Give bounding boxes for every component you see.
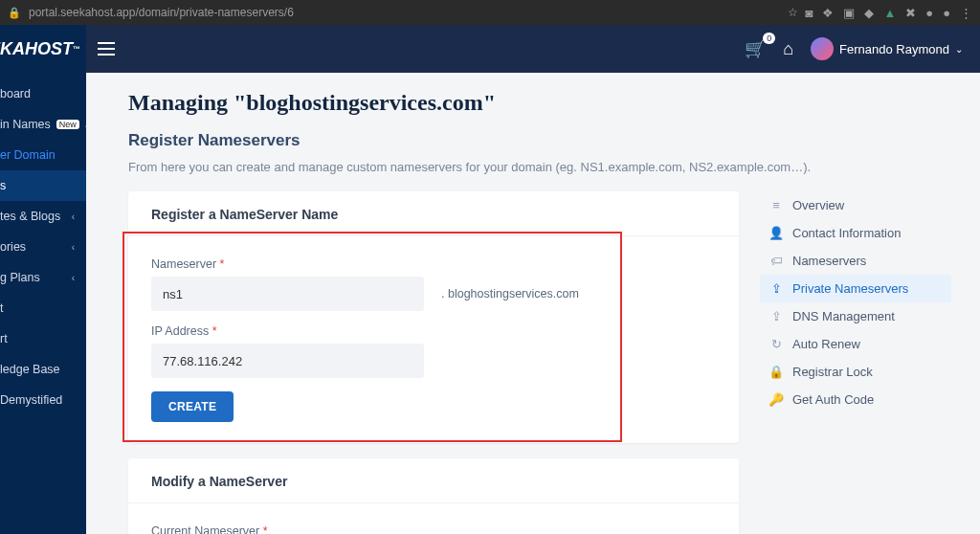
settings-tabs: ≡ Overview 👤 Contact Information 🏷 Names…	[760, 191, 951, 413]
list-icon: ≡	[769, 198, 783, 212]
sidebar-item-label: g Plans	[0, 271, 40, 284]
avatar	[811, 37, 834, 60]
sidebar-item-support[interactable]: rt	[0, 323, 86, 354]
url-text: portal.seekahost.app/domain/private-name…	[29, 6, 780, 19]
key-icon: 🔑	[769, 392, 783, 407]
tab-label: Contact Information	[792, 226, 901, 240]
user-name: Fernando Raymond	[839, 42, 949, 56]
sidebar-item-label: er Domain	[0, 148, 56, 162]
sidebar-item-label: in Names	[0, 118, 51, 131]
sidebar-item-demystified[interactable]: Demystified	[0, 385, 86, 415]
tab-auto-renew[interactable]: ↻ Auto Renew	[760, 330, 951, 358]
cart-icon[interactable]: 🛒 0	[745, 38, 766, 59]
tab-nameservers[interactable]: 🏷 Nameservers	[760, 247, 951, 275]
menu-toggle-icon[interactable]	[86, 48, 126, 50]
cart-count-badge: 0	[763, 33, 775, 44]
card-register-nameserver: Register a NameServer Name Nameserver * …	[128, 191, 739, 443]
section-hint: From here you can create and manage cust…	[128, 160, 951, 174]
home-icon[interactable]: ⌂	[783, 39, 793, 59]
section-title: Register Nameservers	[128, 131, 951, 150]
sidebar-item-label: ledge Base	[0, 363, 60, 376]
sidebar-item-register-domain[interactable]: er Domain	[0, 140, 86, 170]
sidebar-item-label: rt	[0, 332, 8, 345]
domain-suffix: . bloghostingservices.com	[441, 287, 579, 300]
tab-private-nameservers[interactable]: ⇪ Private Nameservers	[760, 275, 951, 302]
upload-icon: ⇪	[769, 309, 783, 323]
sidebar-item-domains[interactable]: s	[0, 170, 86, 201]
lock-icon: 🔒	[8, 7, 21, 19]
nameserver-label: Nameserver *	[151, 257, 716, 271]
tab-overview[interactable]: ≡ Overview	[760, 191, 951, 219]
card-heading: Register a NameServer Name	[128, 191, 739, 236]
required-asterisk: *	[263, 524, 268, 534]
user-icon: 👤	[769, 226, 783, 240]
sidebar-item-label: board	[0, 87, 31, 100]
ext-icon[interactable]: ◆	[864, 6, 874, 20]
user-menu[interactable]: Fernando Raymond ⌄	[811, 37, 963, 60]
refresh-icon: ↻	[769, 337, 783, 351]
ip-label: IP Address *	[151, 324, 716, 338]
lock-icon: 🔒	[769, 365, 783, 379]
ext-icon[interactable]: ❖	[822, 6, 834, 20]
ext-avatar[interactable]: ●	[943, 6, 950, 20]
tab-get-auth-code[interactable]: 🔑 Get Auth Code	[760, 386, 951, 413]
brand-name: EKAHOST	[0, 39, 73, 59]
chevron-left-icon: ‹	[72, 211, 80, 222]
tab-label: Overview	[792, 198, 844, 212]
sidebar: board in Names New ⌄ er Domain s tes & B…	[0, 73, 86, 534]
tab-contact-information[interactable]: 👤 Contact Information	[760, 219, 951, 247]
sidebar-item-sites-blogs[interactable]: tes & Blogs ‹	[0, 201, 86, 232]
brand-tm: ™	[73, 45, 80, 54]
required-asterisk: *	[220, 257, 225, 271]
sidebar-item-dashboard[interactable]: board	[0, 78, 86, 109]
chevron-left-icon: ‹	[72, 242, 80, 253]
sidebar-item-label: Demystified	[0, 393, 62, 407]
browser-menu-icon[interactable]: ⋮	[960, 6, 972, 20]
ext-icon[interactable]: ◙	[806, 6, 813, 20]
sidebar-item[interactable]: t	[0, 293, 86, 323]
nameserver-input[interactable]	[151, 277, 424, 311]
chevron-down-icon: ⌄	[955, 44, 963, 55]
sidebar-item-domain-names[interactable]: in Names New ⌄	[0, 109, 86, 140]
main-content: Managing "bloghostingservices.com" Regis…	[86, 73, 980, 534]
current-nameserver-label: Current Nameserver *	[151, 524, 716, 534]
tab-label: Get Auth Code	[792, 392, 874, 407]
new-badge: New	[56, 120, 79, 129]
ext-icon[interactable]: ✖	[905, 6, 916, 20]
browser-extensions: ◙ ❖ ▣ ◆ ▲ ✖ ● ● ⋮	[806, 6, 972, 20]
tab-label: Auto Renew	[792, 337, 860, 351]
tab-label: DNS Management	[792, 309, 895, 323]
sidebar-item-categories[interactable]: ories ‹	[0, 232, 86, 262]
bookmark-star-icon[interactable]: ☆	[788, 6, 798, 19]
sidebar-item-label: t	[0, 301, 3, 315]
tab-label: Registrar Lock	[792, 365, 873, 379]
required-asterisk: *	[212, 324, 217, 338]
browser-address-bar: 🔒 portal.seekahost.app/domain/private-na…	[0, 0, 980, 25]
page-title: Managing "bloghostingservices.com"	[128, 90, 951, 116]
tab-dns-management[interactable]: ⇪ DNS Management	[760, 302, 951, 330]
tab-registrar-lock[interactable]: 🔒 Registrar Lock	[760, 358, 951, 386]
tab-label: Private Nameservers	[792, 281, 908, 296]
ext-icon[interactable]: ▣	[843, 6, 855, 20]
tag-icon: 🏷	[769, 254, 783, 268]
card-heading: Modify a NameServer	[128, 458, 739, 503]
chevron-left-icon: ‹	[72, 273, 80, 283]
card-modify-nameserver: Modify a NameServer Current Nameserver *…	[128, 458, 739, 534]
sidebar-item-label: s	[0, 179, 6, 192]
sidebar-item-knowledge-base[interactable]: ledge Base	[0, 354, 86, 385]
create-button[interactable]: CREATE	[151, 391, 234, 422]
sidebar-item-hosting-plans[interactable]: g Plans ‹	[0, 262, 86, 293]
sidebar-item-label: ories	[0, 240, 26, 254]
brand-logo[interactable]: EKAHOST™	[0, 25, 86, 73]
tab-label: Nameservers	[792, 254, 866, 268]
ext-avatar[interactable]: ●	[925, 6, 933, 20]
sidebar-item-label: tes & Blogs	[0, 210, 60, 223]
ext-icon[interactable]: ▲	[883, 6, 896, 20]
top-navbar: EKAHOST™ 🛒 0 ⌂ Fernando Raymond ⌄	[0, 25, 980, 73]
ip-address-input[interactable]	[151, 344, 424, 378]
upload-icon: ⇪	[769, 281, 783, 296]
